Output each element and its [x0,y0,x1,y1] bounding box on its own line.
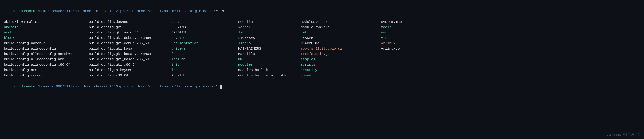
ls-item: build.config.hikey960 [89,68,171,73]
final-prompt: root@ubantu:/home/lsc666/T113/buildroot-… [4,78,640,94]
ls-item: modules.builtin [238,68,301,73]
ls-item: samples [301,57,381,62]
ls-item: modules.builtin.modinfo [238,73,301,78]
ls-item: README.md [301,40,381,46]
terminal-window: root@ubantu:/home/lsc666/T113/buildroot-… [0,0,644,139]
ls-item: build.config.gki_kasan.x86_64 [89,57,171,62]
ls-item: virt [381,35,430,40]
ls-column-1: build.config.db845cbuild.config.gkibuild… [89,19,171,78]
ls-item: build.config.allmodconfig.arm [4,57,89,62]
ls-column-0: abi_gki_whitelistandroidarchblockbuild.c… [4,19,89,78]
ls-item: Kbuild [171,73,238,78]
ls-item: tools [381,24,430,30]
ls-item: modules.order [301,19,381,24]
ls-item: init [171,62,238,68]
ls-item: build.config.allmodconfig.aarch64 [4,51,89,57]
ls-item: Module.symvers [301,24,381,30]
ls-item: build.config.x86_64 [89,73,171,78]
ls-item: linaro [238,40,301,46]
ls-item: drivers [171,46,238,51]
ls-item: MAINTAINERS [238,46,301,51]
prompt-line: root@ubantu:/home/lsc666/T113/buildroot-… [4,3,640,19]
ls-item: CREDITS [171,30,238,35]
ls-item: build.config.gki [89,24,171,30]
ls-item: build.config.gki-debug.x86_64 [89,40,171,46]
ls-item: build.config.gki.aarch64 [89,30,171,35]
ls-item: build.config.gki_kasan [89,46,171,51]
ls-item: System.map [381,19,430,24]
ls-item: Kconfig [238,19,301,24]
ls-column-3: KconfigkernellibLICENSESlinaroMAINTAINER… [238,19,301,78]
ls-item: build.config.gki.x86_64 [89,62,171,68]
ls-item: fs [171,51,238,57]
ls-column-2: certsCOPYINGCREDITScryptoDocumentationdr… [171,19,238,78]
ls-item: mm [238,57,301,62]
ls-item: include [171,57,238,62]
ls-item: README [301,35,381,40]
ls-item: build.config.db845c [89,19,171,24]
ls-item: net [301,30,381,35]
ls-item: lib [238,30,301,35]
ls-item: crypto [171,35,238,40]
ls-item: Makefile [238,51,301,57]
watermark: CSDN：@ZK_周杰伦&樊振东 [607,133,640,137]
ls-item: ipc [171,68,238,73]
ls-item: block [4,35,89,40]
ls-item: sound [301,73,381,78]
ls-item: build.config.arm [4,68,89,73]
ls-item: COPYING [171,24,238,30]
ls-column-4: modules.orderModule.symversnetREADMEREAD… [301,19,381,78]
ls-item: kernel [238,24,301,30]
ls-item: scripts [301,62,381,68]
ls-item: security [301,68,381,73]
ls-item: build.config.common [4,73,89,78]
ls-item: vmlinux.o [381,46,430,51]
ls-item: Documentation [171,40,238,46]
ls-item: android [4,24,89,30]
ls-item: build.config.allmodconfig.x86_64 [4,62,89,68]
ls-item: build.config.gki-debug.aarch64 [89,35,171,40]
ls-item: certs [171,19,238,24]
ls-item: build.config.allmodconfig [4,46,89,51]
ls-item: usr [381,30,430,35]
ls-item: LICENSES [238,35,301,40]
ls-item: build.config.gki_kasan.aarch64 [89,51,171,57]
ls-item: build.config.aarch64 [4,40,89,46]
ls-output: abi_gki_whitelistandroidarchblockbuild.c… [4,19,640,78]
ls-item: abi_gki_whitelist [4,19,89,24]
ls-column-5: System.maptoolsusrvirtvmlinuxvmlinux.o [381,19,430,78]
ls-item: modules [238,62,301,68]
ls-item: rootfs_32bit.cpio.gz [301,46,381,51]
ls-item: rootfs.cpio.gz [301,51,381,57]
cursor [220,84,222,88]
ls-item: arch [4,30,89,35]
ls-item: vmlinux [381,40,430,46]
